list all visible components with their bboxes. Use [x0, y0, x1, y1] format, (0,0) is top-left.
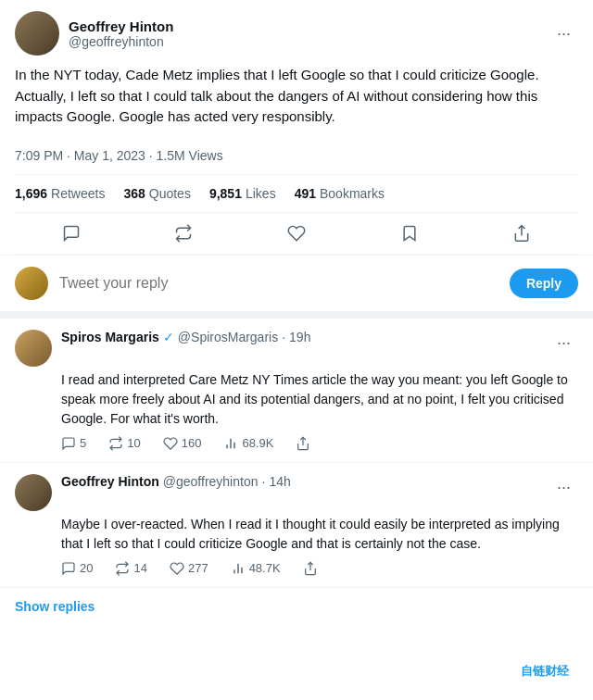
retweets-label: Retweets: [51, 186, 105, 201]
spiros-views-action: 68.9K: [223, 436, 273, 451]
spiros-user-row: Spiros Margaris ✓ @SpirosMargaris · 19h: [61, 330, 310, 344]
comment-spiros: Spiros Margaris ✓ @SpirosMargaris · 19h …: [0, 319, 593, 463]
hinton-reply-count: 20: [80, 561, 93, 575]
retweet-icon: [174, 224, 193, 243]
comment-header-spiros: Spiros Margaris ✓ @SpirosMargaris · 19h …: [15, 330, 578, 367]
comment-icon: [62, 224, 81, 243]
spiros-more-button[interactable]: ···: [549, 330, 578, 356]
comment-header-left-spiros: Spiros Margaris ✓ @SpirosMargaris · 19h: [15, 330, 310, 367]
hinton-like-action[interactable]: 277: [170, 561, 208, 576]
spiros-comment-actions: 5 10 160 68.9K: [61, 436, 578, 451]
main-tweet-content: In the NYT today, Cade Metz implies that…: [15, 65, 578, 128]
bookmarks-count: 491: [295, 186, 316, 201]
hinton-views-count: 48.7K: [249, 561, 281, 575]
likes-count: 9,851: [209, 186, 242, 201]
spiros-comment-icon: [61, 436, 76, 451]
hinton-views-icon: [231, 561, 246, 576]
reply-button[interactable]: Reply: [510, 269, 578, 298]
spiros-heart-icon: [163, 436, 178, 451]
comment-button[interactable]: [51, 217, 92, 250]
hinton-reply-user-info: Geoffrey Hinton @geoffreyhinton · 14h: [61, 474, 291, 489]
like-button[interactable]: [276, 217, 317, 250]
bookmark-button[interactable]: [389, 217, 430, 250]
main-author-handle[interactable]: @geoffreyhinton: [69, 34, 173, 49]
spiros-handle[interactable]: @SpirosMargaris: [178, 330, 278, 344]
likes-stat[interactable]: 9,851 Likes: [209, 186, 276, 201]
hinton-reply-name[interactable]: Geoffrey Hinton: [61, 474, 159, 489]
hinton-reply-more-button[interactable]: ···: [549, 474, 578, 501]
spiros-retweet-action[interactable]: 10: [108, 436, 140, 451]
tweet-header: Geoffrey Hinton @geoffreyhinton ···: [15, 11, 578, 56]
spiros-like-count: 160: [182, 436, 202, 450]
comment-header-left-hinton: Geoffrey Hinton @geoffreyhinton · 14h: [15, 474, 291, 511]
hinton-heart-icon: [170, 561, 184, 576]
spiros-user-info: Spiros Margaris ✓ @SpirosMargaris · 19h: [61, 330, 310, 344]
spiros-share-icon: [296, 436, 310, 451]
spiros-verified-icon: ✓: [163, 330, 174, 344]
share-icon: [512, 224, 531, 243]
bookmarks-label: Bookmarks: [320, 186, 385, 201]
quotes-stat[interactable]: 368 Quotes: [123, 186, 191, 201]
spiros-reply-action[interactable]: 5: [61, 436, 86, 451]
reply-input[interactable]: [59, 275, 498, 292]
spiros-views-count: 68.9K: [242, 436, 273, 450]
reply-box: Reply: [0, 256, 593, 319]
retweets-count: 1,696: [15, 186, 47, 201]
share-button[interactable]: [501, 217, 542, 250]
actions-bar: [15, 213, 578, 255]
hinton-reply-handle[interactable]: @geoffreyhinton: [163, 474, 259, 489]
hinton-views-action: 48.7K: [231, 561, 281, 576]
quotes-label: Quotes: [149, 186, 191, 201]
hinton-share-icon: [303, 561, 318, 576]
spiros-views-icon: [223, 436, 238, 451]
bookmarks-stat[interactable]: 491 Bookmarks: [295, 186, 385, 201]
comment-section: Spiros Margaris ✓ @SpirosMargaris · 19h …: [0, 319, 593, 625]
hinton-reply-reply-action[interactable]: 20: [61, 561, 93, 576]
hinton-retweet-count: 14: [133, 561, 146, 575]
retweet-button[interactable]: [163, 217, 204, 250]
retweets-stat[interactable]: 1,696 Retweets: [15, 186, 105, 201]
tweet-stats: 1,696 Retweets 368 Quotes 9,851 Likes 49…: [15, 175, 578, 213]
more-options-button[interactable]: ···: [549, 20, 578, 47]
hinton-share-action[interactable]: [303, 561, 318, 576]
spiros-avatar[interactable]: [15, 330, 52, 367]
main-author-name[interactable]: Geoffrey Hinton: [69, 19, 173, 34]
hinton-like-count: 277: [188, 561, 208, 575]
tweet-header-left: Geoffrey Hinton @geoffreyhinton: [15, 11, 173, 56]
spiros-time: ·: [282, 330, 285, 344]
spiros-like-action[interactable]: 160: [163, 436, 202, 451]
watermark: 自链财经: [515, 661, 574, 681]
quotes-count: 368: [123, 186, 145, 201]
current-user-avatar: [15, 267, 48, 300]
show-replies-link[interactable]: Show replies: [0, 588, 593, 625]
bookmark-icon: [400, 224, 419, 243]
hinton-reply-dot: ·: [261, 474, 265, 489]
hinton-reply-avatar[interactable]: [15, 474, 52, 511]
spiros-name[interactable]: Spiros Margaris: [61, 330, 159, 344]
hinton-retweet-action[interactable]: 14: [115, 561, 146, 576]
heart-icon: [287, 224, 306, 243]
tweet-timestamp: 7:09 PM · May 1, 2023: [15, 148, 145, 163]
hinton-comment-icon: [61, 561, 76, 576]
spiros-reply-count: 5: [80, 436, 86, 450]
main-author-avatar[interactable]: [15, 11, 59, 56]
hinton-reply-time: 14h: [269, 474, 290, 489]
hinton-reply-user-row: Geoffrey Hinton @geoffreyhinton · 14h: [61, 474, 291, 489]
tweet-views: 1.5M Views: [157, 148, 223, 163]
tweet-meta: 7:09 PM · May 1, 2023 · 1.5M Views: [15, 137, 578, 175]
tweet-separator: ·: [149, 148, 157, 163]
likes-label: Likes: [246, 186, 276, 201]
hinton-reply-text: Maybe I over-reacted. When I read it I t…: [61, 515, 578, 554]
spiros-retweet-count: 10: [127, 436, 140, 450]
spiros-share-action[interactable]: [296, 436, 310, 451]
comment-header-hinton: Geoffrey Hinton @geoffreyhinton · 14h ··…: [15, 474, 578, 511]
hinton-retweet-icon: [115, 561, 130, 576]
spiros-retweet-icon: [108, 436, 123, 451]
spiros-comment-text: I read and interpreted Care Metz NY Time…: [61, 370, 578, 429]
hinton-reply-actions: 20 14 277 48.7K: [61, 561, 578, 576]
spiros-time-ago: 19h: [289, 330, 310, 344]
main-tweet: Geoffrey Hinton @geoffreyhinton ··· In t…: [0, 0, 593, 256]
comment-hinton-reply: Geoffrey Hinton @geoffreyhinton · 14h ··…: [0, 463, 593, 588]
main-author-info: Geoffrey Hinton @geoffreyhinton: [69, 19, 173, 49]
